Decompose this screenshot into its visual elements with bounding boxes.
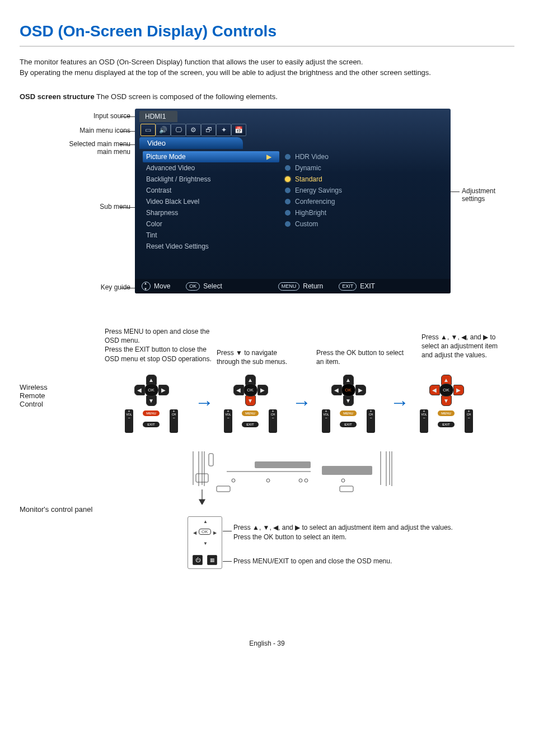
exit-button[interactable]: EXIT [438, 422, 455, 427]
keyguide-return: MENUReturn [278, 282, 324, 291]
callout-key-guide: Key guide [20, 283, 130, 291]
svg-point-15 [299, 479, 302, 482]
dpad-right-button[interactable]: ▶ [158, 385, 169, 395]
dpad-down-button[interactable]: ▼ [146, 395, 157, 406]
osd-main-icon[interactable]: 📅 [231, 124, 246, 136]
channel-rocker[interactable]: +CH− [367, 409, 375, 433]
osd-submenu-item[interactable]: Contrast [143, 185, 279, 196]
callout-input-source: Input source [20, 112, 130, 120]
osd-main-icon[interactable]: 🔊 [156, 124, 171, 136]
menu-icon: MENU [278, 282, 300, 291]
monitor-dpad[interactable]: ▲▼◀▶ OK [191, 519, 218, 546]
svg-rect-18 [217, 486, 230, 492]
structure-heading-rest: The OSD screen is composed of the follow… [95, 92, 278, 101]
menu-button[interactable]: MENU [242, 410, 259, 416]
osd-icon-row: ▭ 🔊 🖵 ⚙ 🗗 ✦ 📅 [135, 122, 451, 137]
keyguide-select: OKSelect [186, 282, 222, 291]
dpad-down-button[interactable]: ▼ [343, 395, 354, 406]
osd-main-icon[interactable]: 🖵 [171, 124, 186, 136]
dpad-left-button[interactable]: ◀ [429, 385, 440, 395]
arrow-right-icon: → [390, 391, 409, 413]
keyguide-move: Move [142, 282, 170, 291]
osd-submenu-item[interactable]: Video Black Level [143, 196, 279, 207]
callout-sub-menu: Sub menu [20, 203, 130, 211]
osd-option[interactable]: Standard [282, 174, 424, 185]
dpad-down-button[interactable]: ▼ [441, 395, 452, 406]
svg-point-13 [232, 479, 235, 482]
channel-rocker[interactable]: +CH− [269, 409, 277, 433]
osd-submenu-item[interactable]: Picture Mode▶ [143, 151, 279, 162]
osd-main-icon[interactable]: 🗗 [201, 124, 216, 136]
remote-caption-3: Press the OK button to select an item. [316, 348, 406, 366]
osd-options-list: HDR Video Dynamic Standard Energy Saving… [279, 149, 424, 254]
remote-step-3: ▲ ▼ ◀ ▶ OK +VOL− MENU EXIT +CH− [322, 375, 375, 445]
osd-option[interactable]: Custom [282, 218, 424, 230]
page-title: OSD (On-Screen Display) Controls [20, 22, 514, 46]
svg-marker-21 [199, 500, 205, 505]
osd-submenu-item[interactable]: Backlight / Brightness [143, 174, 279, 185]
osd-selected-tab: Video [139, 137, 243, 149]
remote-steps-row: Wireless Remote Control Press MENU to op… [20, 327, 504, 501]
osd-option[interactable]: Energy Savings [282, 185, 424, 196]
menu-button[interactable]: MENU [143, 410, 160, 416]
exit-icon: EXIT [339, 282, 357, 291]
dpad-right-button[interactable]: ▶ [355, 385, 366, 395]
osd-main-icon[interactable]: ✦ [216, 124, 231, 136]
osd-option[interactable]: HighBright [282, 207, 424, 218]
remote-caption-2: Press ▼ to navigate through the sub menu… [217, 348, 301, 366]
osd-main-icon[interactable]: ⚙ [186, 124, 201, 136]
exit-button[interactable]: EXIT [242, 422, 259, 427]
volume-rocker[interactable]: +VOL− [125, 409, 133, 433]
svg-rect-4 [209, 454, 213, 466]
arrow-right-icon: → [195, 391, 214, 413]
callout-main-menu-icons: Main menu icons [20, 127, 130, 134]
dpad-left-button[interactable]: ◀ [331, 385, 342, 395]
structure-heading: OSD screen structure The OSD screen is c… [20, 92, 514, 101]
dpad-left-button[interactable]: ◀ [233, 385, 244, 395]
wireless-remote-label: Wireless Remote Control [20, 383, 64, 408]
svg-rect-19 [340, 486, 353, 492]
channel-rocker[interactable]: +CH− [465, 409, 473, 433]
monitor-ok-button[interactable]: OK [199, 529, 211, 535]
osd-option[interactable]: Dynamic [282, 162, 424, 174]
dpad-right-button[interactable]: ▶ [257, 385, 268, 395]
volume-rocker[interactable]: +VOL− [420, 409, 428, 433]
exit-button[interactable]: EXIT [340, 422, 357, 427]
volume-rocker[interactable]: +VOL− [224, 409, 232, 433]
osd-submenu-item[interactable]: Advanced Video [143, 162, 279, 174]
remote-step-4: ▲ ▼ ◀ ▶ OK +VOL− MENU EXIT +CH− [420, 375, 473, 445]
intro-block: The monitor features an OSD (On-Screen D… [20, 58, 514, 77]
osd-option[interactable]: Conferencing [282, 196, 424, 207]
menu-button[interactable]: MENU [438, 410, 455, 416]
svg-point-17 [341, 479, 345, 482]
osd-submenu-item[interactable]: Reset Video Settings [143, 241, 279, 252]
menu-button[interactable]: MENU [340, 410, 357, 416]
structure-heading-bold: OSD screen structure [20, 92, 95, 101]
dpad-down-button[interactable]: ▼ [245, 395, 256, 406]
channel-rocker[interactable]: +CH− [170, 409, 178, 433]
monitor-button-block: ▲▼◀▶ OK ⏻ ▦ [188, 516, 222, 569]
callout-adjustment-settings: Adjustment settings [462, 187, 501, 203]
exit-button[interactable]: EXIT [143, 422, 160, 427]
dpad-left-button[interactable]: ◀ [134, 385, 145, 395]
osd-option[interactable]: HDR Video [282, 151, 424, 162]
power-icon[interactable]: ⏻ [193, 555, 203, 565]
monitor-panel-label: Monitor's control panel [20, 505, 92, 514]
ok-button[interactable]: OK [439, 384, 453, 396]
volume-rocker[interactable]: +VOL− [322, 409, 330, 433]
ok-button[interactable]: OK [144, 384, 158, 396]
osd-panel: HDMI1 ▭ 🔊 🖵 ⚙ 🗗 ✦ 📅 Video Picture Mode▶ … [135, 109, 451, 293]
dpad-right-button[interactable]: ▶ [453, 385, 464, 395]
monitor-desc-1: Press ▲, ▼, ◀, and ▶ to select an adjust… [233, 523, 491, 543]
callout-selected-main-menu: Selected main menumain menu [20, 140, 130, 156]
osd-submenu-item[interactable]: Color [143, 218, 279, 230]
intro-line-2: By operating the menu displayed at the t… [20, 68, 514, 77]
osd-input-source-badge: HDMI1 [139, 111, 177, 122]
remote-step-1: ▲ ▼ ◀ ▶ OK +VOL− MENU EXIT +CH− [125, 375, 178, 445]
osd-submenu-item[interactable]: Tint [143, 230, 279, 241]
osd-main-icon[interactable]: ▭ [140, 124, 156, 136]
ok-button[interactable]: OK [341, 384, 355, 396]
ok-button[interactable]: OK [243, 384, 257, 396]
menu-exit-icon[interactable]: ▦ [207, 555, 217, 565]
osd-submenu-item[interactable]: Sharpness [143, 207, 279, 218]
